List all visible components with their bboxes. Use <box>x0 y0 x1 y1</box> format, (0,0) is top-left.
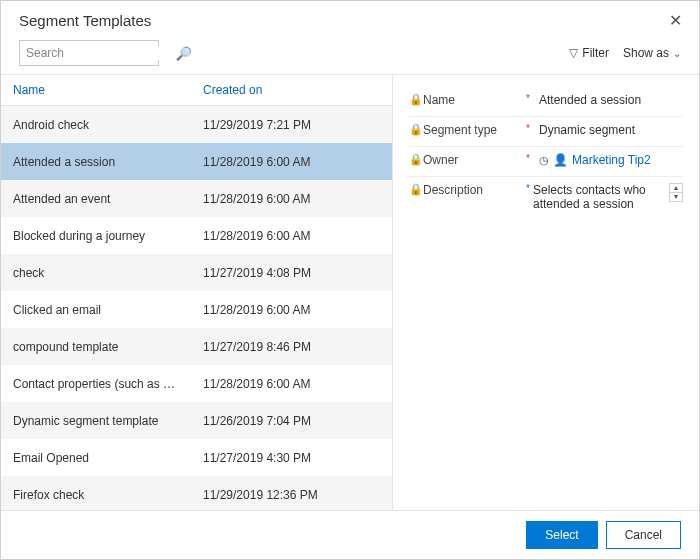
field-value-owner[interactable]: ◷ 👤 Marketing Tip2 <box>533 153 683 167</box>
column-header-name[interactable]: Name <box>1 75 191 105</box>
show-as-label: Show as <box>623 46 669 60</box>
spinner-down-icon[interactable]: ▾ <box>670 193 682 201</box>
cell-name: Email Opened <box>1 451 191 465</box>
table-row[interactable]: Dynamic segment template11/26/2019 7:04 … <box>1 402 392 439</box>
cell-created: 11/29/2019 12:36 PM <box>191 488 392 502</box>
filter-label: Filter <box>582 46 609 60</box>
template-grid: Name Created on Android check11/29/2019 … <box>1 75 393 510</box>
lock-icon: 🔒 <box>409 153 423 166</box>
table-row[interactable]: Email Opened11/27/2019 4:30 PM <box>1 439 392 476</box>
search-icon[interactable]: 🔍 <box>176 46 192 61</box>
cell-name: Dynamic segment template <box>1 414 191 428</box>
table-row[interactable]: Android check11/29/2019 7:21 PM <box>1 106 392 143</box>
cell-name: Clicked an email <box>1 303 191 317</box>
cell-created: 11/27/2019 4:08 PM <box>191 266 392 280</box>
required-marker: * <box>523 93 533 104</box>
required-marker: * <box>523 123 533 134</box>
cell-created: 11/29/2019 7:21 PM <box>191 118 392 132</box>
table-row[interactable]: Attended a session11/28/2019 6:00 AM <box>1 143 392 180</box>
field-segment-type: 🔒 Segment type * Dynamic segment <box>409 117 683 147</box>
show-as-dropdown[interactable]: Show as ⌄ <box>623 46 681 60</box>
table-row[interactable]: Blocked during a journey11/28/2019 6:00 … <box>1 217 392 254</box>
cell-name: compound template <box>1 340 191 354</box>
cell-created: 11/28/2019 6:00 AM <box>191 377 392 391</box>
cell-created: 11/27/2019 4:30 PM <box>191 451 392 465</box>
cell-created: 11/26/2019 7:04 PM <box>191 414 392 428</box>
segment-templates-dialog: Segment Templates ✕ 🔍 ▽ Filter Show as ⌄… <box>0 0 700 560</box>
table-row[interactable]: check11/27/2019 4:08 PM <box>1 254 392 291</box>
cell-name: Attended an event <box>1 192 191 206</box>
required-marker: * <box>523 183 533 194</box>
cell-name: Android check <box>1 118 191 132</box>
field-label: Name <box>423 93 523 107</box>
select-button[interactable]: Select <box>526 521 597 549</box>
description-spinner[interactable]: ▴ ▾ <box>669 183 683 202</box>
dialog-footer: Select Cancel <box>1 510 699 559</box>
table-row[interactable]: Firefox check11/29/2019 12:36 PM <box>1 476 392 510</box>
field-value-description[interactable]: Selects contacts who attended a session <box>533 183 665 211</box>
filter-icon: ▽ <box>569 46 578 60</box>
dialog-header: Segment Templates ✕ <box>1 1 699 36</box>
filter-button[interactable]: ▽ Filter <box>569 46 609 60</box>
field-name: 🔒 Name * Attended a session <box>409 87 683 117</box>
close-icon[interactable]: ✕ <box>665 11 685 30</box>
table-row[interactable]: Contact properties (such as by city)11/2… <box>1 365 392 402</box>
cell-name: Contact properties (such as by city) <box>1 377 191 391</box>
description-box[interactable]: Selects contacts who attended a session … <box>533 183 683 211</box>
search-box[interactable]: 🔍 <box>19 40 159 66</box>
field-value-name[interactable]: Attended a session <box>533 93 683 107</box>
cell-name: check <box>1 266 191 280</box>
cell-name: Blocked during a journey <box>1 229 191 243</box>
field-label: Segment type <box>423 123 523 137</box>
lock-icon: 🔒 <box>409 123 423 136</box>
cancel-button[interactable]: Cancel <box>606 521 681 549</box>
cell-name: Firefox check <box>1 488 191 502</box>
field-label: Description <box>423 183 523 197</box>
table-row[interactable]: Clicked an email11/28/2019 6:00 AM <box>1 291 392 328</box>
search-input[interactable] <box>26 46 176 60</box>
details-pane: 🔒 Name * Attended a session 🔒 Segment ty… <box>393 75 699 510</box>
column-header-created[interactable]: Created on <box>191 75 392 105</box>
cell-name: Attended a session <box>1 155 191 169</box>
dialog-body: Name Created on Android check11/29/2019 … <box>1 74 699 510</box>
grid-body[interactable]: Android check11/29/2019 7:21 PMAttended … <box>1 106 392 510</box>
dialog-title: Segment Templates <box>19 12 151 29</box>
table-row[interactable]: Attended an event11/28/2019 6:00 AM <box>1 180 392 217</box>
cell-created: 11/28/2019 6:00 AM <box>191 229 392 243</box>
field-label: Owner <box>423 153 523 167</box>
lock-icon: 🔒 <box>409 183 423 196</box>
chevron-down-icon: ⌄ <box>673 48 681 59</box>
cell-created: 11/28/2019 6:00 AM <box>191 192 392 206</box>
clock-icon: ◷ <box>539 154 549 167</box>
field-value-type[interactable]: Dynamic segment <box>533 123 683 137</box>
person-icon: 👤 <box>553 153 568 167</box>
toolbar: 🔍 ▽ Filter Show as ⌄ <box>1 36 699 74</box>
cell-created: 11/27/2019 8:46 PM <box>191 340 392 354</box>
toolbar-right: ▽ Filter Show as ⌄ <box>569 46 681 60</box>
cell-created: 11/28/2019 6:00 AM <box>191 155 392 169</box>
required-marker: * <box>523 153 533 164</box>
cell-created: 11/28/2019 6:00 AM <box>191 303 392 317</box>
field-owner: 🔒 Owner * ◷ 👤 Marketing Tip2 <box>409 147 683 177</box>
field-description: 🔒 Description * Selects contacts who att… <box>409 177 683 217</box>
table-row[interactable]: compound template11/27/2019 8:46 PM <box>1 328 392 365</box>
owner-link[interactable]: Marketing Tip2 <box>572 153 651 167</box>
grid-header: Name Created on <box>1 75 392 106</box>
lock-icon: 🔒 <box>409 93 423 106</box>
